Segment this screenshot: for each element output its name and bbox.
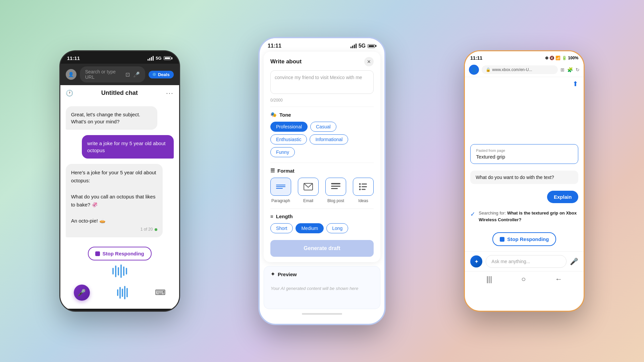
preview-sparkle-icon: ✦ <box>271 271 275 277</box>
home-nav-icon[interactable]: ○ <box>521 275 526 284</box>
battery-icon <box>164 56 172 60</box>
chip-medium[interactable]: Medium <box>296 223 324 233</box>
format-email[interactable]: Email <box>298 178 319 203</box>
add-tab-icon[interactable]: ⊞ <box>560 67 565 72</box>
phone3-battery-pct: 100% <box>568 56 579 60</box>
phone2-home-indicator <box>302 313 342 315</box>
svg-rect-1 <box>331 183 340 184</box>
chip-casual[interactable]: Casual <box>310 122 336 132</box>
input-placeholder: Ask me anything... <box>491 259 530 264</box>
lock-icon: 🔒 <box>486 67 491 72</box>
refresh-icon[interactable]: ↻ <box>576 67 580 72</box>
phone3-url-bar[interactable]: 🔒 www.xbox.com/en-U... <box>482 65 558 74</box>
svg-rect-5 <box>362 184 367 185</box>
phone3-stop-container: Stop Responding <box>465 230 584 249</box>
chat-bottom: Stop Responding 🎤 ⌨ <box>60 243 179 309</box>
pasted-card: Pasted from page Textured grip <box>470 144 578 164</box>
format-icon: ☰ <box>270 168 275 174</box>
format-ideas[interactable]: Ideas <box>353 178 374 203</box>
generate-draft-button[interactable]: Generate draft <box>270 240 374 257</box>
url-bar[interactable]: Search or type URL ⊡ 🎤 <box>80 66 145 82</box>
phone2-frame: 11:11 5G Write about ✕ convince my frien… <box>258 37 386 325</box>
message-3: Here's a joke for your 5 year old about … <box>66 164 163 237</box>
phone3-stop-button[interactable]: Stop Responding <box>492 232 556 246</box>
searching-label: Searching for: <box>479 210 506 216</box>
format-blog[interactable]: Blog post <box>325 178 346 203</box>
chip-short[interactable]: Short <box>270 223 293 233</box>
back-nav-icon[interactable]: ← <box>555 275 562 284</box>
format-email-label: Email <box>303 198 313 203</box>
phone3-icons: ⊕ 🔇 📶 🔋 <box>545 56 567 60</box>
message-1: Great, let's change the subject. What's … <box>66 106 158 130</box>
stop-icon <box>95 251 100 256</box>
format-paragraph[interactable]: Paragraph <box>270 178 291 203</box>
close-button[interactable]: ✕ <box>364 57 374 66</box>
extensions-icon[interactable]: 🧩 <box>567 67 573 72</box>
svg-rect-9 <box>362 189 366 190</box>
phone1-frame: 11:11 5G 👤 Search or type URL ⊡ 🎤 <box>59 50 180 312</box>
phone3-avatar[interactable]: 👤 <box>469 65 479 75</box>
browser-avatar: 👤 <box>66 69 76 80</box>
phone3-status-bar: 11:11 ⊕ 🔇 📶 🔋 100% <box>465 51 584 63</box>
paragraph-icon-box <box>270 178 291 196</box>
searching-text: Searching for: What is the textured grip… <box>479 210 578 223</box>
chat-messages: Great, let's change the subject. What's … <box>60 101 179 243</box>
write-title: Write about <box>270 58 302 65</box>
length-chips: Short Medium Long <box>264 223 380 239</box>
mic-button[interactable]: 🎤 <box>74 285 90 301</box>
mic-url-icon[interactable]: 🎤 <box>133 71 140 78</box>
phone3-frame: 11:11 ⊕ 🔇 📶 🔋 100% 👤 🔒 www.xbox.com/en-U… <box>464 50 585 312</box>
voice-waves-2 <box>117 286 128 299</box>
phone3-browser-bar: 👤 🔒 www.xbox.com/en-U... ⊞ 🧩 ↻ <box>465 63 584 77</box>
preview-section: ✦ Preview Your AI generated content will… <box>264 266 380 309</box>
chat-more-button[interactable]: ··· <box>166 89 174 97</box>
svg-point-4 <box>359 183 361 185</box>
phone3-time: 11:11 <box>470 55 482 61</box>
ideas-icon-box <box>353 178 374 196</box>
write-panel: Write about ✕ convince my friend to visi… <box>264 52 380 262</box>
chat-history-icon[interactable]: 🕐 <box>66 89 73 97</box>
phone2-network: 5G <box>359 43 366 49</box>
textarea-placeholder: convince my friend to visit Mexico with … <box>275 75 362 80</box>
message-2: write a joke for my 5 year old about oct… <box>82 135 174 159</box>
stop-responding-button[interactable]: Stop Responding <box>88 247 152 260</box>
keyboard-icon[interactable]: ⌨ <box>155 288 166 297</box>
email-icon-box <box>298 178 319 196</box>
phone2-time: 11:11 <box>268 43 281 49</box>
share-bar: ⬆ <box>465 77 584 90</box>
format-paragraph-label: Paragraph <box>271 198 290 203</box>
paragraph-icon <box>276 185 285 189</box>
chat-panel: 🕐 Untitled chat ··· Great, let's change … <box>60 85 179 309</box>
svg-point-8 <box>359 189 361 190</box>
write-textarea[interactable]: convince my friend to visit Mexico with … <box>270 70 374 94</box>
chip-enthusiastic[interactable]: Enthusiastic <box>270 134 307 144</box>
email-icon <box>304 183 313 190</box>
deals-badge[interactable]: Deals <box>149 71 174 78</box>
chip-professional[interactable]: Professional <box>270 122 308 132</box>
phone3-url: www.xbox.com/en-U... <box>492 67 532 72</box>
url-text: Search or type URL <box>85 69 125 80</box>
blog-icon-box <box>325 178 346 196</box>
phone3-input[interactable]: Ask me anything... <box>486 255 567 268</box>
format-ideas-label: Ideas <box>358 198 368 203</box>
apps-nav-icon[interactable]: ||| <box>486 275 492 284</box>
share-icon[interactable]: ⬆ <box>573 80 578 88</box>
phone2-signal-icon <box>351 44 357 48</box>
chip-funny[interactable]: Funny <box>270 147 295 157</box>
format-header: ☰ Format <box>264 163 380 178</box>
chip-informational[interactable]: Informational <box>310 134 348 144</box>
tone-header: 🎭 Tone <box>264 107 380 122</box>
explain-btn-container: Explain <box>465 191 584 203</box>
length-header: ≡ Length <box>264 209 380 223</box>
preview-header: ✦ Preview <box>264 266 380 282</box>
tone-chips: Professional Casual Enthusiastic Informa… <box>264 122 380 163</box>
phone1-nav: 🎤 ⌨ <box>67 282 172 302</box>
length-icon: ≡ <box>270 214 273 219</box>
explain-button[interactable]: Explain <box>547 191 578 203</box>
chip-long[interactable]: Long <box>326 223 348 233</box>
page-count: 1 of 20 <box>141 226 153 233</box>
signal-icon <box>148 56 154 61</box>
phone3-mic-icon[interactable]: 🎤 <box>570 257 578 265</box>
tone-icon: 🎭 <box>270 112 277 118</box>
scan-icon[interactable]: ⊡ <box>125 71 130 78</box>
